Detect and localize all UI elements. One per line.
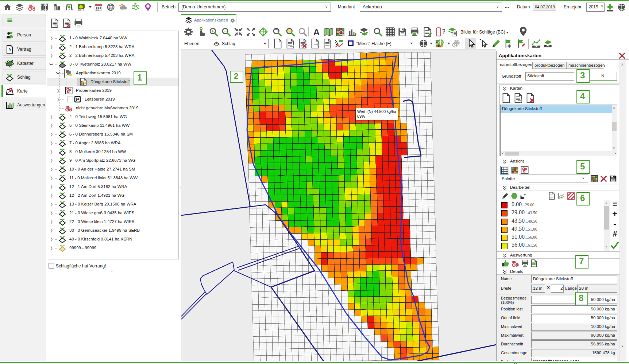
svg-text:GS: GS xyxy=(78,9,81,11)
svg-text:2: 2 xyxy=(82,9,84,11)
svg-text:?: ? xyxy=(442,28,445,35)
svg-text:A: A xyxy=(313,27,320,37)
svg-text:i: i xyxy=(454,44,455,47)
svg-text:§: § xyxy=(8,47,11,52)
